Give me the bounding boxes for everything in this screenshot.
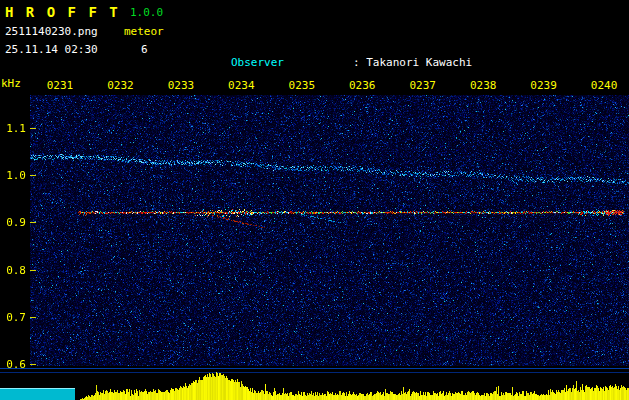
x-tick-label: 0233 bbox=[168, 79, 195, 92]
x-tick-label: 0239 bbox=[530, 79, 557, 92]
y-tick-label: 0.7 bbox=[0, 311, 26, 324]
y-axis-unit-label: kHz bbox=[1, 77, 21, 90]
x-tick-label: 0236 bbox=[349, 79, 376, 92]
x-tick-label: 0240 bbox=[591, 79, 618, 92]
x-tick-label: 0234 bbox=[228, 79, 255, 92]
observation-datetime: 25.11.14 02:30 bbox=[5, 43, 98, 56]
y-tick-label: 0.8 bbox=[0, 264, 26, 277]
app-version: 1.0.0 bbox=[130, 6, 163, 19]
echo-count: 6 bbox=[141, 43, 148, 56]
info-value: : Takanori Kawachi bbox=[353, 56, 472, 69]
x-tick-label: 0235 bbox=[289, 79, 316, 92]
info-label: Observer bbox=[231, 56, 353, 69]
hrofft-screenshot: H R O F F T 1.0.0 2511140230.png meteor … bbox=[0, 0, 629, 400]
spectrogram-canvas bbox=[0, 95, 629, 400]
y-tick-label: 0.9 bbox=[0, 216, 26, 229]
observation-mode: meteor bbox=[124, 25, 164, 38]
x-tick-label: 0231 bbox=[47, 79, 74, 92]
x-tick-label: 0237 bbox=[409, 79, 436, 92]
info-row-observer: Observer: Takanori Kawachi bbox=[178, 43, 605, 56]
y-tick-label: 0.6 bbox=[0, 358, 26, 371]
y-tick-label: 1.0 bbox=[0, 169, 26, 182]
x-tick-label: 0238 bbox=[470, 79, 497, 92]
app-title: H R O F F T bbox=[5, 4, 120, 20]
output-filename: 2511140230.png bbox=[5, 25, 98, 38]
y-tick-label: 1.1 bbox=[0, 122, 26, 135]
header: H R O F F T 1.0.0 2511140230.png meteor … bbox=[0, 0, 629, 70]
x-tick-label: 0232 bbox=[107, 79, 134, 92]
